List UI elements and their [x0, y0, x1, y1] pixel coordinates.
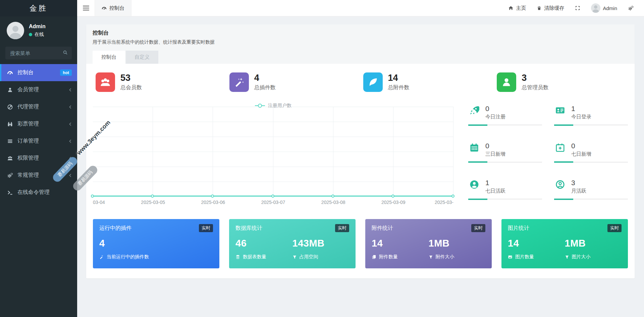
fullscreen-icon	[575, 5, 580, 11]
card-left-label: 附件数量	[379, 254, 398, 260]
search-input[interactable]	[5, 47, 72, 59]
stat-value: 4	[254, 73, 276, 83]
leaf-icon	[363, 72, 383, 92]
mini-stat-label: 今日登录	[571, 114, 591, 120]
user-avatar[interactable]	[7, 22, 24, 39]
chart-x-axis: 03-042025-03-052025-03-062025-03-072025-…	[93, 200, 453, 207]
chart-point	[331, 195, 334, 198]
gauge-icon	[7, 69, 13, 76]
menu-search	[5, 47, 72, 59]
user-menu[interactable]: Admin	[587, 0, 622, 16]
sidebar-item-label: 订单管理	[17, 138, 39, 145]
card-right-label: 附件大小	[436, 254, 454, 260]
card-left-label: 图片数量	[515, 254, 534, 260]
sidebar-item-label: 常规管理	[17, 172, 39, 179]
online-dot-icon	[29, 33, 32, 36]
mini-stat-today-login: 1 今日登录	[554, 105, 628, 133]
list-icon	[7, 138, 13, 145]
topbar-right: 主页 清除缓存 Admin	[504, 0, 644, 16]
user-icon	[497, 72, 516, 92]
sidebar-item-agents[interactable]: 代理管理	[0, 98, 77, 115]
mini-stats-grid: 0 今日注册	[468, 103, 628, 207]
database-icon	[235, 255, 240, 259]
admin-dashboard: 金胜 Admin 在线 控制台 hot	[0, 0, 644, 317]
funnel-icon	[565, 255, 569, 259]
user-status-label: 在线	[35, 32, 44, 38]
hot-badge: hot	[60, 69, 72, 76]
card-right-value: 1MB	[565, 238, 622, 249]
sidebar-item-orders[interactable]: 订单管理	[0, 133, 77, 150]
clear-cache-button[interactable]: 清除缓存	[532, 0, 569, 16]
sidebar-item-online-command[interactable]: 在线命令管理	[0, 184, 77, 201]
chart-legend[interactable]: 注册用户数	[93, 103, 453, 109]
mini-stat-label: 七日活跃	[485, 188, 505, 194]
chart-point	[271, 195, 274, 198]
x-axis-label: 03-04	[93, 200, 105, 205]
terminal-icon	[7, 189, 13, 196]
mini-stat-value: 3	[571, 179, 586, 187]
card-left-label: 数据表数量	[243, 254, 266, 260]
tab-dashboard[interactable]: 控制台	[93, 51, 125, 64]
app-logo[interactable]: 金胜	[0, 0, 77, 16]
chevron-left-icon	[68, 139, 72, 143]
registered-users-chart: 注册用户数 03-042025-03-052025-03-062025-03-0…	[93, 103, 453, 207]
sidebar-item-dashboard[interactable]: 控制台 hot	[0, 64, 77, 81]
sidebar-item-permissions[interactable]: 权限管理	[0, 150, 77, 167]
chevron-left-icon	[68, 88, 72, 92]
search-icon[interactable]	[63, 50, 68, 55]
mini-stat-bar	[554, 124, 628, 125]
gears-icon	[7, 172, 13, 179]
mini-stat-value: 0	[485, 142, 505, 150]
mini-stat-bar	[468, 162, 542, 163]
home-button[interactable]: 主页	[504, 0, 530, 16]
content: 控制台 用于展示当前系统中的统计数据、统计报表及重要实时数据 控制台 自定义	[77, 16, 644, 317]
card-title: 图片统计	[508, 225, 529, 232]
mini-stat-7day-new: 0 七日新增	[554, 142, 628, 170]
realtime-badge: 实时	[335, 224, 349, 232]
card-left-value: 14	[508, 238, 565, 249]
chart-point	[151, 195, 154, 198]
mini-stat-label: 月活跃	[571, 188, 586, 194]
x-axis-label: 2025-03-07	[261, 200, 285, 205]
card-title: 附件统计	[372, 225, 393, 232]
tab-custom[interactable]: 自定义	[126, 51, 158, 64]
chart-plot	[93, 107, 453, 197]
mini-stat-value: 1	[485, 179, 505, 187]
card-attachment-stats: 附件统计 实时 14 1MB	[365, 219, 492, 268]
hamburger-menu-icon[interactable]	[77, 0, 95, 16]
card-right-label: 占用空间	[300, 254, 318, 260]
stat-row: 53 总会员数 4 总插件数	[93, 72, 628, 92]
settings-button[interactable]	[624, 0, 638, 16]
fullscreen-button[interactable]	[571, 0, 585, 16]
magic-wand-icon	[229, 72, 249, 92]
stat-label: 总附件数	[388, 84, 410, 91]
sidebar-item-lottery[interactable]: 彩票管理	[0, 115, 77, 133]
topbar-tab-dashboard[interactable]: 控制台	[95, 0, 131, 16]
panel-heading: 控制台 用于展示当前系统中的统计数据、统计报表及重要实时数据 控制台 自定义	[86, 24, 635, 64]
page-subtitle: 用于展示当前系统中的统计数据、统计报表及重要实时数据	[93, 39, 628, 45]
chevron-left-icon	[68, 122, 72, 126]
home-icon	[508, 5, 514, 11]
realtime-badge: 实时	[199, 224, 213, 232]
sidebar-item-members[interactable]: 会员管理	[0, 81, 77, 98]
sidebar-item-general[interactable]: 常规管理	[0, 167, 77, 184]
stat-total-plugins: 4 总插件数	[227, 72, 361, 92]
chart-point	[391, 195, 394, 198]
funnel-icon	[292, 255, 297, 259]
x-axis-label: 2025-03-05	[141, 200, 165, 205]
card-value: 4	[99, 238, 156, 249]
user-panel: Admin 在线	[0, 16, 77, 43]
sidebar-item-label: 控制台	[17, 69, 34, 76]
realtime-badge: 实时	[471, 224, 485, 232]
mini-stat-bar	[554, 199, 628, 200]
card-image-stats: 图片统计 实时 14 1MB	[501, 219, 628, 268]
chevron-left-icon	[68, 156, 72, 160]
card-right-value: 1MB	[429, 238, 486, 249]
gears-icon	[628, 5, 634, 11]
stat-value: 14	[388, 73, 410, 83]
topbar: 控制台 主页 清除缓存	[77, 0, 644, 16]
card-left-value: 46	[235, 238, 292, 249]
image-icon	[508, 255, 513, 259]
x-axis-label: 2025-03-	[435, 200, 453, 205]
card-right-value: 143MB	[292, 238, 350, 249]
